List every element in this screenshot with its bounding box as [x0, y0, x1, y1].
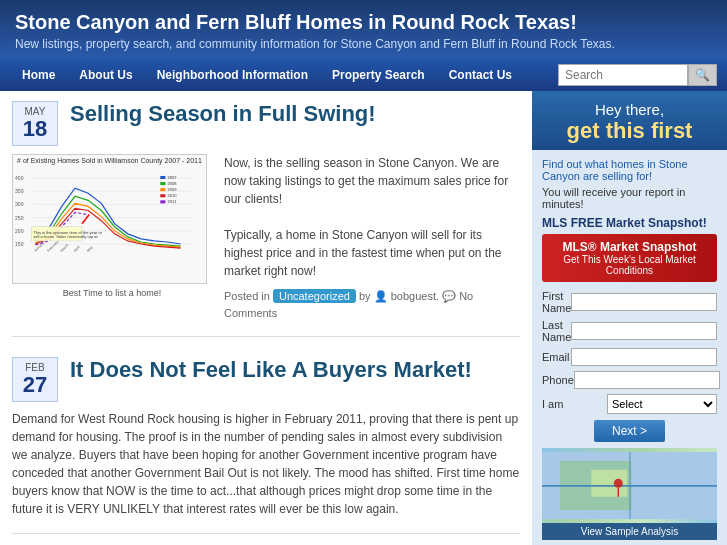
site-subtitle: New listings, property search, and commu… — [15, 37, 712, 51]
nav-home[interactable]: Home — [10, 62, 67, 88]
post1-chart: # of Existing Homes Sold in Williamson C… — [12, 154, 207, 284]
email-label: Email — [542, 351, 571, 363]
svg-text:2010: 2010 — [167, 193, 177, 198]
post2-text: Demand for West Round Rock housing is hi… — [12, 410, 520, 518]
svg-text:350: 350 — [15, 188, 24, 194]
mls-label: MLS FREE Market Snapshot! — [542, 216, 717, 230]
post-selling-season: MAY 18 Selling Season in Full Swing! # o… — [12, 101, 520, 337]
svg-rect-20 — [160, 188, 165, 191]
by-label: by — [359, 290, 371, 302]
svg-text:300: 300 — [15, 202, 24, 208]
svg-rect-16 — [160, 176, 165, 179]
nav-contact[interactable]: Contact Us — [437, 62, 524, 88]
svg-text:2009: 2009 — [167, 187, 177, 192]
post1-header: MAY 18 Selling Season in Full Swing! — [12, 101, 520, 146]
next-button[interactable]: Next > — [594, 420, 665, 442]
post2-date: FEB 27 — [12, 357, 58, 402]
mls-banner-title: MLS® Market Snapshot — [550, 240, 709, 254]
sidebar-desc1: Find out what homes in Stone Canyon are … — [542, 158, 717, 182]
first-name-label: First Name — [542, 290, 571, 314]
svg-text:May: May — [86, 245, 94, 253]
content-area: MAY 18 Selling Season in Full Swing! # o… — [0, 91, 532, 545]
email-row: Email — [542, 348, 717, 366]
post1-meta: Posted in Uncategorized by 👤 bobguest. 💬… — [224, 288, 520, 321]
last-name-label: Last Name — [542, 319, 571, 343]
svg-text:February: February — [46, 240, 59, 253]
first-name-input[interactable] — [571, 293, 717, 311]
email-input[interactable] — [571, 348, 717, 366]
svg-text:2011: 2011 — [167, 200, 177, 205]
main-content: MAY 18 Selling Season in Full Swing! # o… — [0, 91, 727, 545]
nav-about[interactable]: About Us — [67, 62, 144, 88]
post-buyers-market: FEB 27 It Does Not Feel Like A Buyers Ma… — [12, 357, 520, 534]
svg-text:200: 200 — [15, 228, 24, 234]
post1-day: 18 — [21, 117, 49, 141]
site-header: Stone Canyon and Fern Bluff Homes in Rou… — [0, 0, 727, 59]
navigation: Home About Us Neighborhood Information P… — [0, 59, 727, 91]
sidebar-header: Hey there, get this first — [532, 91, 727, 150]
map-svg — [542, 448, 717, 523]
svg-text:March: March — [60, 243, 70, 253]
svg-text:April: April — [73, 245, 81, 253]
post1-title[interactable]: Selling Season in Full Swing! — [70, 101, 376, 127]
phone-row: Phone — [542, 371, 717, 389]
sidebar-desc2: You will receive your report in minutes! — [542, 186, 717, 210]
sidebar-hey: Hey there, — [544, 101, 715, 118]
svg-point-36 — [614, 479, 623, 488]
chart-svg: 400 350 300 250 200 150 — [13, 166, 206, 256]
last-name-row: Last Name — [542, 319, 717, 343]
svg-text:January: January — [33, 241, 45, 253]
post2-header: FEB 27 It Does Not Feel Like A Buyers Ma… — [12, 357, 520, 402]
sidebar: Hey there, get this first Find out what … — [532, 91, 727, 545]
svg-rect-18 — [160, 182, 165, 185]
post1-text: Now, is the selling season in Stone Cany… — [224, 154, 520, 321]
phone-input[interactable] — [574, 371, 720, 389]
sidebar-map — [542, 448, 717, 523]
phone-label: Phone — [542, 374, 574, 386]
search-button[interactable]: 🔍 — [688, 64, 717, 86]
svg-text:2007: 2007 — [167, 175, 177, 180]
chart-caption: Best Time to list a home! — [12, 288, 212, 298]
view-sample-link[interactable]: View Sample Analysis — [542, 523, 717, 540]
sidebar-get-this: get this first — [544, 118, 715, 144]
svg-line-12 — [82, 215, 89, 224]
i-am-label: I am — [542, 398, 607, 410]
post1-para2: Typically, a home in Stone Canyon will s… — [224, 226, 520, 280]
post2-day: 27 — [21, 373, 49, 397]
post1-date: MAY 18 — [12, 101, 58, 146]
post1-body: # of Existing Homes Sold in Williamson C… — [12, 154, 520, 321]
svg-text:250: 250 — [15, 215, 24, 221]
post2-title[interactable]: It Does Not Feel Like A Buyers Market! — [70, 357, 472, 383]
i-am-select[interactable]: Select Buyer Seller Both — [607, 394, 717, 414]
search-input[interactable] — [558, 64, 688, 86]
last-name-input[interactable] — [571, 322, 717, 340]
svg-rect-24 — [160, 201, 165, 204]
first-name-row: First Name — [542, 290, 717, 314]
posted-in-label: Posted in — [224, 290, 270, 302]
nav-neighborhood[interactable]: Neighborhood Information — [145, 62, 320, 88]
nav-property-search[interactable]: Property Search — [320, 62, 437, 88]
sidebar-content: Find out what homes in Stone Canyon are … — [532, 150, 727, 545]
category-tag[interactable]: Uncategorized — [273, 289, 356, 303]
author-name: bobguest. — [391, 290, 439, 302]
svg-text:400: 400 — [15, 175, 24, 181]
svg-rect-22 — [160, 194, 165, 197]
mls-banner-sub: Get This Week's Local Market Conditions — [550, 254, 709, 276]
svg-text:2008: 2008 — [167, 181, 177, 186]
mls-banner[interactable]: MLS® Market Snapshot Get This Week's Loc… — [542, 234, 717, 282]
svg-text:sell a home. Sales historicall: sell a home. Sales historically top at — [33, 234, 98, 239]
post1-image-section: # of Existing Homes Sold in Williamson C… — [12, 154, 212, 321]
svg-text:150: 150 — [15, 241, 24, 247]
i-am-row: I am Select Buyer Seller Both — [542, 394, 717, 414]
post1-para1: Now, is the selling season in Stone Cany… — [224, 154, 520, 208]
search-form: 🔍 — [558, 64, 717, 86]
site-title: Stone Canyon and Fern Bluff Homes in Rou… — [15, 10, 712, 34]
chart-title: # of Existing Homes Sold in Williamson C… — [13, 155, 206, 166]
